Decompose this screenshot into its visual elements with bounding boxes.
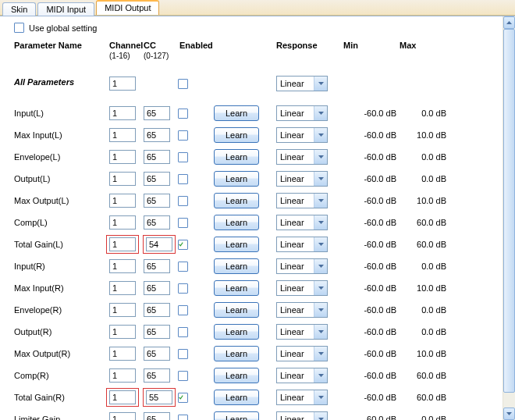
enabled-checkbox[interactable] xyxy=(178,371,188,381)
channel-input[interactable] xyxy=(109,128,136,142)
scroll-up-button[interactable] xyxy=(503,16,515,29)
learn-button[interactable]: Learn xyxy=(214,346,259,361)
learn-button[interactable]: Learn xyxy=(214,258,259,274)
channel-input[interactable] xyxy=(109,106,136,120)
response-select[interactable]: Linear xyxy=(276,105,328,121)
channel-input[interactable] xyxy=(109,303,136,317)
highlight-box xyxy=(143,388,176,407)
response-select[interactable]: Linear xyxy=(276,127,328,143)
cc-input[interactable] xyxy=(144,325,170,339)
response-select[interactable]: Linear xyxy=(276,193,328,208)
response-select[interactable]: Linear xyxy=(276,149,328,165)
cc-input[interactable] xyxy=(144,150,170,164)
learn-button[interactable]: Learn xyxy=(214,390,259,405)
enabled-checkbox[interactable] xyxy=(178,196,188,206)
scrollbar-thumb[interactable] xyxy=(503,29,515,393)
learn-button[interactable]: Learn xyxy=(214,193,259,208)
use-global-checkbox[interactable] xyxy=(14,23,24,33)
enabled-checkbox[interactable] xyxy=(178,349,188,359)
enabled-checkbox[interactable] xyxy=(178,262,188,272)
cc-input[interactable] xyxy=(144,194,170,208)
min-value: -60.0 dB xyxy=(343,218,400,227)
channel-input[interactable] xyxy=(109,172,136,186)
response-select[interactable]: Linear xyxy=(276,258,328,274)
enabled-checkbox[interactable] xyxy=(178,393,188,403)
response-select[interactable]: Linear xyxy=(276,346,328,361)
response-select[interactable]: Linear xyxy=(276,390,328,405)
col-subheader-channel: (1-16) xyxy=(109,52,144,65)
all-params-enabled-checkbox[interactable] xyxy=(178,79,188,89)
channel-input[interactable] xyxy=(109,347,136,361)
channel-input[interactable] xyxy=(109,325,136,339)
cc-input[interactable] xyxy=(144,281,170,295)
all-params-response-select[interactable]: Linear xyxy=(276,76,328,91)
enabled-checkbox[interactable] xyxy=(178,415,188,421)
learn-button[interactable]: Learn xyxy=(214,171,259,187)
response-select[interactable]: Linear xyxy=(276,368,328,383)
response-select[interactable]: Linear xyxy=(276,237,328,252)
max-value: 10.0 dB xyxy=(400,196,449,205)
cc-input[interactable] xyxy=(144,368,170,383)
cc-input[interactable] xyxy=(144,259,170,273)
cc-input[interactable] xyxy=(144,128,170,142)
all-params-channel-input[interactable] xyxy=(109,77,136,91)
tab-skin[interactable]: Skin xyxy=(2,2,36,16)
response-select[interactable]: Linear xyxy=(276,324,328,340)
scrollbar-track[interactable] xyxy=(503,29,515,408)
channel-input[interactable] xyxy=(109,150,136,164)
learn-button[interactable]: Learn xyxy=(214,302,259,318)
enabled-checkbox[interactable] xyxy=(178,218,188,228)
channel-input[interactable] xyxy=(109,412,136,420)
cc-input[interactable] xyxy=(146,390,172,404)
learn-button[interactable]: Learn xyxy=(214,105,259,121)
cc-input[interactable] xyxy=(144,412,170,420)
cc-input[interactable] xyxy=(144,215,170,230)
response-select[interactable]: Linear xyxy=(276,215,328,230)
cc-input[interactable] xyxy=(144,347,170,361)
enabled-checkbox[interactable] xyxy=(178,130,188,141)
channel-input[interactable] xyxy=(109,390,136,404)
learn-button[interactable]: Learn xyxy=(214,368,259,383)
cc-input[interactable] xyxy=(144,106,170,120)
parameter-name: Input(L) xyxy=(14,102,109,124)
channel-input[interactable] xyxy=(109,281,136,295)
response-select[interactable]: Linear xyxy=(276,302,328,318)
chevron-down-icon xyxy=(314,412,327,420)
enabled-checkbox[interactable] xyxy=(178,152,188,162)
cc-input[interactable] xyxy=(144,172,170,186)
chevron-down-icon xyxy=(314,325,327,339)
cc-input[interactable] xyxy=(146,237,172,251)
channel-input[interactable] xyxy=(109,215,136,230)
learn-button[interactable]: Learn xyxy=(214,280,259,296)
channel-input[interactable] xyxy=(109,194,136,208)
min-value: -60.0 dB xyxy=(343,305,400,315)
scroll-down-button[interactable] xyxy=(503,408,515,420)
learn-button[interactable]: Learn xyxy=(214,324,259,340)
enabled-checkbox[interactable] xyxy=(178,240,188,250)
response-select[interactable]: Linear xyxy=(276,280,328,296)
col-header-min: Min xyxy=(343,41,400,52)
learn-button[interactable]: Learn xyxy=(214,127,259,143)
tab-midi-input[interactable]: MIDI Input xyxy=(37,2,94,16)
enabled-checkbox[interactable] xyxy=(178,305,188,315)
response-select[interactable]: Linear xyxy=(276,411,328,420)
tab-midi-output[interactable]: MIDI Output xyxy=(96,0,159,15)
channel-input[interactable] xyxy=(109,237,136,251)
channel-input[interactable] xyxy=(109,368,136,383)
enabled-checkbox[interactable] xyxy=(178,174,188,184)
tab-label: MIDI Input xyxy=(46,5,86,14)
vertical-scrollbar[interactable] xyxy=(503,16,515,420)
enabled-checkbox[interactable] xyxy=(178,283,188,294)
learn-button[interactable]: Learn xyxy=(214,237,259,252)
learn-button[interactable]: Learn xyxy=(214,411,259,420)
select-label: Linear xyxy=(277,262,314,271)
select-label: Linear xyxy=(277,174,314,183)
learn-button[interactable]: Learn xyxy=(214,149,259,165)
cc-input[interactable] xyxy=(144,303,170,317)
learn-button[interactable]: Learn xyxy=(214,215,259,230)
enabled-checkbox[interactable] xyxy=(178,327,188,337)
min-value: -60.0 dB xyxy=(343,130,400,140)
enabled-checkbox[interactable] xyxy=(178,109,188,119)
channel-input[interactable] xyxy=(109,259,136,273)
response-select[interactable]: Linear xyxy=(276,171,328,187)
